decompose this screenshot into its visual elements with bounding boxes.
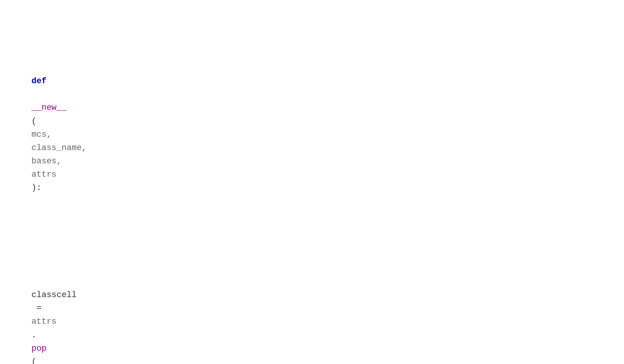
paren: (	[32, 357, 36, 364]
param-mcs: mcs,	[32, 130, 57, 139]
op-eq: =	[32, 304, 47, 313]
var-classcell: classcell	[32, 290, 77, 300]
keyword-def: def	[32, 76, 47, 86]
paren-close: ):	[32, 183, 41, 193]
param-bases: bases,	[32, 157, 67, 166]
func-new: __new__	[32, 103, 67, 112]
method-pop: pop	[32, 344, 47, 353]
paren: (	[32, 117, 36, 126]
dot: .	[32, 331, 36, 340]
line-2: classcell = attrs . pop ( '__classcell__…	[11, 262, 613, 364]
space	[32, 90, 36, 99]
param-attrs: attrs	[32, 170, 57, 179]
param-class-name: class_name,	[32, 143, 92, 153]
code-viewer: def __new__ ( mcs, class_name, bases, at…	[11, 8, 613, 364]
line-1: def __new__ ( mcs, class_name, bases, at…	[11, 61, 613, 208]
var-attrs: attrs	[32, 317, 57, 326]
